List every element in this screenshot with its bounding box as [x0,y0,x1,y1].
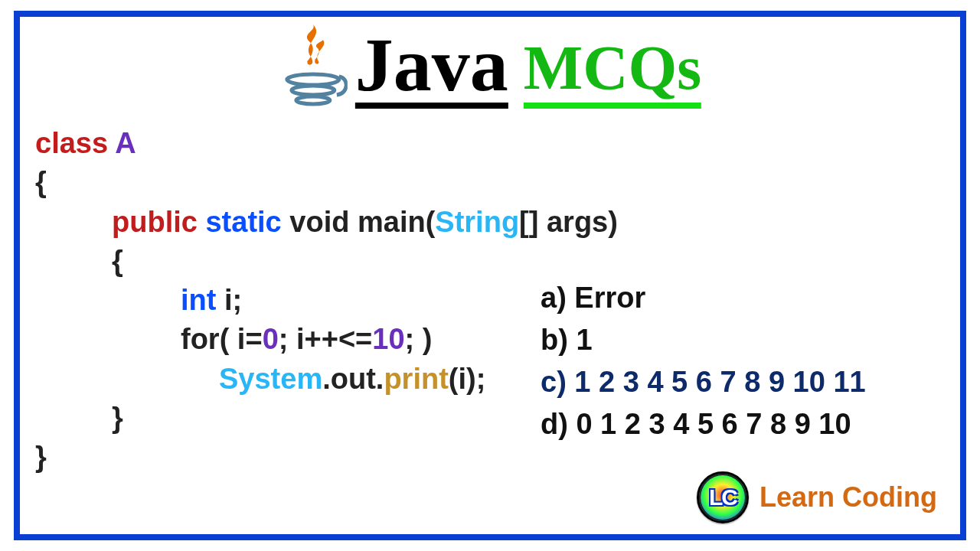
code-line-1: class A [35,124,618,163]
code-line-4: { [35,242,618,281]
code-line-3: public static void main(String[] args) [35,203,618,242]
option-a: a) Error [541,277,866,319]
title-java: Java [355,28,508,109]
brand-name: Learn Coding [760,481,937,514]
option-c: c) 1 2 3 4 5 6 7 8 9 10 11 [541,361,866,403]
svg-point-2 [296,96,330,104]
code-line-2: { [35,163,618,202]
java-logo-icon [279,24,348,109]
option-d: d) 0 1 2 3 4 5 6 7 8 9 10 [541,403,866,445]
brand-logo-icon: LC [697,471,749,523]
code-line-9: } [35,438,618,477]
code-line-7: System.out.print(i); [35,360,618,399]
code-block: class A { public static void main(String… [35,124,618,478]
code-line-5: int i; [35,281,618,320]
title-mcqs: MCQs [524,35,701,109]
code-line-6: for( i=0; i++<=10; ) [35,320,618,359]
option-b: b) 1 [541,319,866,361]
code-line-8: } [35,399,618,438]
svg-point-0 [287,74,339,85]
brand-row: LC Learn Coding [697,471,937,523]
svg-point-1 [292,86,335,95]
mcq-options: a) Error b) 1 c) 1 2 3 4 5 6 7 8 9 10 11… [541,277,866,445]
slide-frame: Java MCQs class A { public static void m… [14,11,966,540]
title-row: Java MCQs [279,24,701,109]
